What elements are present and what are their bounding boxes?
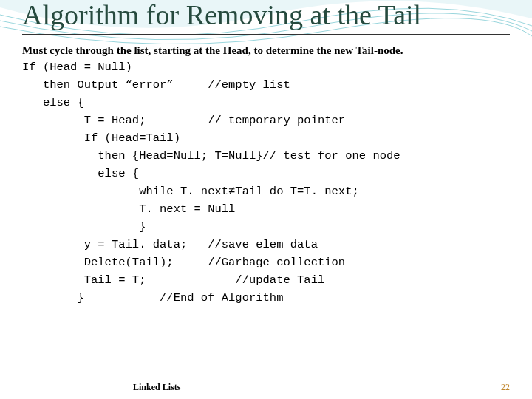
title-underline	[22, 34, 510, 35]
footer-label: Linked Lists	[133, 382, 180, 393]
slide-footer: Linked Lists 22	[0, 382, 532, 393]
slide-content: Algorithm for Removing at the Tail Must …	[0, 0, 532, 307]
pseudocode-block: If (Head = Null) then Output “error” //e…	[22, 58, 510, 307]
intro-text: Must cycle through the list, starting at…	[22, 44, 510, 57]
slide-title: Algorithm for Removing at the Tail	[22, 0, 510, 31]
page-number: 22	[501, 382, 510, 393]
